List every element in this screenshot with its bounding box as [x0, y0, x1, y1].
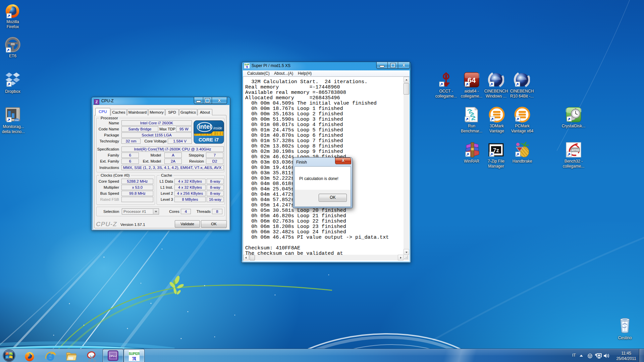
svg-text:CORE i7: CORE i7	[199, 137, 219, 142]
svg-text:inside: inside	[213, 126, 222, 130]
svg-text:π: π	[132, 354, 136, 361]
svg-text:intel: intel	[198, 123, 211, 130]
svg-text:π: π	[246, 64, 248, 68]
svg-text:ATTO: ATTO	[571, 148, 579, 152]
svg-text:intel: intel	[15, 119, 19, 121]
svg-text:CPU-Z: CPU-Z	[109, 355, 117, 358]
